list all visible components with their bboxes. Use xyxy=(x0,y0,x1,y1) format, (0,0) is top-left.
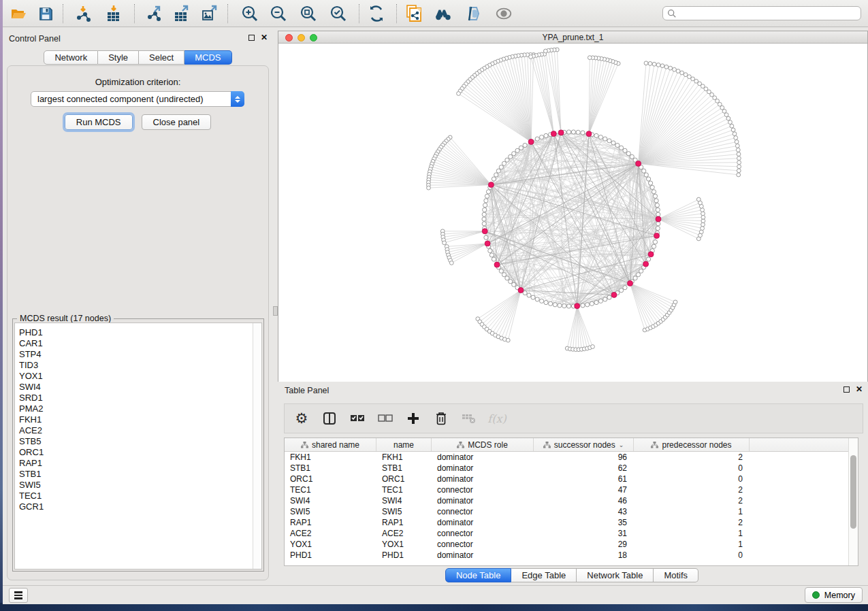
dominator-node[interactable] xyxy=(586,131,592,137)
column-header-shared-name[interactable]: shared name xyxy=(285,438,376,451)
close-panel-icon[interactable]: ✕ xyxy=(856,386,863,393)
table-row[interactable]: TEC1TEC1connector472 xyxy=(285,484,848,495)
splitter-handle[interactable] xyxy=(273,306,278,316)
column-header-successor-nodes[interactable]: successor nodes⌄ xyxy=(534,438,634,451)
memory-button[interactable]: Memory xyxy=(805,587,863,603)
dominator-node[interactable] xyxy=(648,252,654,257)
table-cell: ACE2 xyxy=(376,528,432,539)
export-table-icon[interactable] xyxy=(173,5,191,22)
mcds-result-item[interactable]: PMA2 xyxy=(15,403,252,414)
mcds-result-item[interactable]: PHD1 xyxy=(15,327,252,338)
dominator-node[interactable] xyxy=(611,292,617,297)
table-row[interactable]: SWI5SWI5connector431 xyxy=(285,506,848,517)
table-row[interactable]: FKH1FKH1dominator962 xyxy=(285,452,848,463)
mcds-result-item[interactable]: TID3 xyxy=(15,360,252,371)
export-image-icon[interactable] xyxy=(201,5,219,22)
table-row[interactable]: ACE2ACE2connector311 xyxy=(285,528,848,539)
optimization-criterion-select[interactable]: largest connected component (undirected) xyxy=(31,91,244,107)
dominator-node[interactable] xyxy=(656,216,661,222)
dominator-node[interactable] xyxy=(528,139,534,144)
zoom-out-icon[interactable] xyxy=(270,5,287,22)
tab-motifs[interactable]: Motifs xyxy=(654,568,698,582)
column-settings-gear-icon[interactable]: ⚙ xyxy=(293,410,310,427)
network-graph-canvas[interactable] xyxy=(278,44,867,382)
delete-column-trash-icon[interactable] xyxy=(433,410,449,427)
dominator-node[interactable] xyxy=(636,161,641,166)
mcds-list-scrollbar[interactable] xyxy=(253,323,261,569)
table-row[interactable]: YOX1YOX1connector291 xyxy=(285,539,848,550)
add-column-icon[interactable] xyxy=(405,410,421,427)
mcds-result-list[interactable]: PHD1CAR1STP4TID3YOX1SWI4SRD1PMA2FKH1ACE2… xyxy=(14,323,262,569)
tab-node-table[interactable]: Node Table xyxy=(445,568,512,582)
dominator-node[interactable] xyxy=(485,241,490,246)
mcds-result-item[interactable]: SWI4 xyxy=(15,382,252,393)
table-row[interactable]: STB1STB1dominator620 xyxy=(285,463,848,474)
mcds-result-item[interactable]: RAP1 xyxy=(15,458,252,469)
deselect-all-icon[interactable] xyxy=(377,410,393,427)
dominator-node[interactable] xyxy=(551,131,556,137)
task-history-button[interactable] xyxy=(9,588,28,603)
first-neighbors-icon[interactable] xyxy=(434,5,452,22)
mcds-result-item[interactable]: STB1 xyxy=(15,469,252,480)
tab-style[interactable]: Style xyxy=(98,50,139,65)
import-network-icon[interactable] xyxy=(75,5,93,22)
node-table-body[interactable]: FKH1FKH1dominator962STB1STB1dominator620… xyxy=(285,452,848,565)
mcds-result-item[interactable]: SWI5 xyxy=(15,480,252,491)
export-network-icon[interactable] xyxy=(146,5,163,22)
tab-select[interactable]: Select xyxy=(139,50,184,65)
dominator-node[interactable] xyxy=(628,280,633,286)
run-mcds-button[interactable]: Run MCDS xyxy=(65,114,133,130)
mcds-result-item[interactable]: SRD1 xyxy=(15,393,252,403)
float-panel-icon[interactable] xyxy=(248,35,255,41)
float-panel-icon[interactable] xyxy=(843,386,850,393)
tab-network-table[interactable]: Network Table xyxy=(577,568,654,582)
table-cell: ACE2 xyxy=(285,528,376,539)
column-header-predecessor-nodes[interactable]: predecessor nodes xyxy=(634,438,750,451)
import-table-icon[interactable] xyxy=(105,5,123,22)
table-row[interactable]: SWI4SWI4dominator462 xyxy=(285,495,848,506)
select-all-icon[interactable] xyxy=(349,410,366,427)
table-row[interactable]: ORC1ORC1dominator610 xyxy=(285,474,848,484)
dominator-node[interactable] xyxy=(654,233,660,238)
scrollbar-thumb[interactable] xyxy=(850,455,856,529)
close-panel-button[interactable]: Close panel xyxy=(142,114,212,130)
dominator-node[interactable] xyxy=(518,288,524,293)
mcds-result-item[interactable]: ORC1 xyxy=(15,447,252,458)
mcds-result-item[interactable]: STP4 xyxy=(15,349,252,360)
dominator-node[interactable] xyxy=(575,303,580,309)
zoom-selected-icon[interactable] xyxy=(329,5,347,22)
close-panel-icon[interactable]: ✕ xyxy=(261,34,268,41)
mcds-result-item[interactable]: TEC1 xyxy=(15,491,252,501)
graph-node xyxy=(515,148,519,152)
mcds-result-item[interactable]: GCR1 xyxy=(15,501,252,512)
tab-edge-table[interactable]: Edge Table xyxy=(511,568,577,582)
mcds-result-item[interactable]: CAR1 xyxy=(15,338,252,349)
table-scrollbar[interactable] xyxy=(848,438,858,565)
table-row[interactable]: PHD1PHD1dominator180 xyxy=(285,550,848,561)
table-row[interactable]: RAP1RAP1dominator352 xyxy=(285,517,848,528)
mcds-result-item[interactable]: STB5 xyxy=(15,436,252,447)
graph-node xyxy=(694,79,698,83)
column-header-name[interactable]: name xyxy=(376,438,432,451)
mcds-result-item[interactable]: YOX1 xyxy=(15,371,252,382)
split-view-icon[interactable] xyxy=(321,410,338,427)
mcds-result-item[interactable]: FKH1 xyxy=(15,414,252,425)
dominator-node[interactable] xyxy=(558,130,564,135)
show-details-eye-icon[interactable] xyxy=(495,5,513,22)
mcds-result-item[interactable]: ACE2 xyxy=(15,425,252,436)
tab-mcds[interactable]: MCDS xyxy=(184,50,231,65)
search-input[interactable] xyxy=(677,9,861,18)
zoom-fit-icon[interactable] xyxy=(300,5,317,22)
clone-network-icon[interactable] xyxy=(405,5,423,22)
save-session-icon[interactable] xyxy=(37,5,54,22)
dominator-node[interactable] xyxy=(488,182,494,188)
tab-network[interactable]: Network xyxy=(44,50,98,65)
refresh-icon[interactable] xyxy=(368,5,385,22)
hide-details-icon[interactable] xyxy=(464,5,482,22)
open-session-icon[interactable] xyxy=(10,5,27,22)
column-header-MCDS-role[interactable]: MCDS role xyxy=(432,438,534,451)
dominator-node[interactable] xyxy=(494,262,500,267)
zoom-in-icon[interactable] xyxy=(241,5,259,22)
dominator-node[interactable] xyxy=(643,261,649,267)
dominator-node[interactable] xyxy=(482,229,487,234)
